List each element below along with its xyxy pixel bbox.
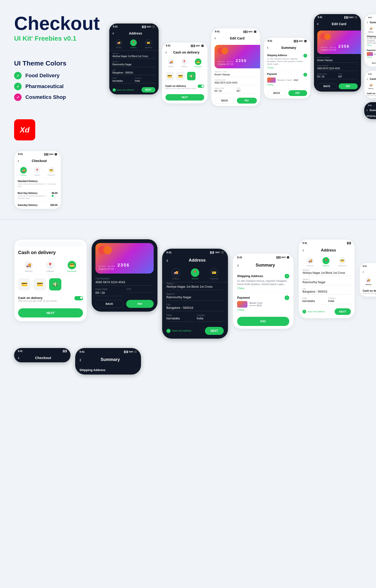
nav-delivery[interactable]: 🚚 Delivery bbox=[20, 167, 27, 176]
delivery-icon: 🚚 bbox=[20, 167, 27, 174]
d-delivery-icon: 🚚 bbox=[116, 40, 122, 46]
delivery-option-saturday: Saturday Delivery $20.00 bbox=[14, 202, 61, 209]
nav-cash-delivery[interactable]: 🚚 Delivery bbox=[24, 261, 33, 273]
field-card-number[interactable]: Card Number 4560 5674 3224 4543 bbox=[215, 79, 257, 85]
cod-icons-row: 💳 💳 💵 bbox=[162, 70, 207, 83]
back-large-dark[interactable]: BACK bbox=[96, 300, 123, 308]
payment-card-row: Master Card 4543 bbox=[267, 77, 307, 84]
nav-address-phone: 🚚 Delivery 📍 Address 💳 Payments bbox=[109, 38, 159, 51]
back-button-dark[interactable]: BACK bbox=[317, 83, 337, 89]
nav-d-address[interactable]: 📍 Address bbox=[130, 40, 137, 48]
back-btn-small[interactable]: BACK bbox=[367, 61, 376, 65]
address-dark-header: ‹ Address bbox=[162, 255, 228, 266]
summary-large-white-phone: 9:41 ▐▐▐WiFi⬛ ‹ Summary Shipping Address… bbox=[233, 253, 294, 329]
toggle-switch-large[interactable] bbox=[75, 296, 83, 300]
shipping-check-icon: ✓ bbox=[303, 54, 307, 58]
field-card-num-dark[interactable]: Card Number 4560 5674 3224 4543 bbox=[317, 64, 358, 71]
mc-logo-large bbox=[98, 246, 112, 254]
change-link-payment[interactable]: Chang bbox=[267, 84, 307, 86]
small-phones-col: 9:41 ▐▐▐ ‹ Summary 🚚 Delivery 📍 bbox=[364, 14, 376, 119]
credit-card-display: .... .... 2356 Expires 10 /18 bbox=[215, 45, 260, 68]
field-name-dark[interactable]: Name on Card Ameer Hassan bbox=[317, 56, 358, 63]
phone-header-checkout: ‹ Checkout bbox=[14, 156, 61, 165]
payment-check-large: ✓ bbox=[285, 295, 289, 300]
cash-small-right-phone: 9:41 ▐▐▐ ‹ Cash 🚚 Delivery 📍 Address 💳 P bbox=[360, 263, 376, 297]
pay-btn-sum-large[interactable]: PAY bbox=[237, 317, 289, 326]
back-icon-edit-card[interactable]: ‹ bbox=[215, 36, 216, 41]
next-white-large[interactable]: NEXT bbox=[335, 308, 351, 315]
change-link-shipping[interactable]: Chang bbox=[267, 66, 307, 69]
phone-header-address: ‹ Address bbox=[109, 29, 159, 38]
card-large-dark: .... .... 2356 Expires 10 /18 bbox=[96, 243, 154, 273]
nav-cod-delivery[interactable]: 🚚 Delivery bbox=[168, 58, 174, 67]
summary-small-phone: 9:41 ▐▐▐ ‹ Summary 🚚 Delivery 📍 bbox=[364, 14, 376, 67]
summary-actions: BACK PAY bbox=[264, 88, 311, 98]
cod-toggle-section: Cash on delivery Pay once you get order … bbox=[162, 83, 207, 91]
field-name-card[interactable]: Name on Card Ameer Hassan bbox=[215, 71, 257, 77]
back-icon-cod[interactable]: ‹ bbox=[165, 50, 167, 55]
back-icon-address[interactable]: ‹ bbox=[113, 31, 114, 36]
section-divider bbox=[0, 219, 376, 220]
pay-button-edit-card[interactable]: PAY bbox=[237, 98, 257, 104]
nav-address[interactable]: 📍 Address bbox=[34, 167, 40, 176]
main-title: Checkout bbox=[14, 14, 100, 33]
payments-icon: 💳 bbox=[48, 167, 54, 174]
pay-large-dark[interactable]: PAY bbox=[126, 300, 154, 308]
cod-payments-icon: 💳 bbox=[195, 58, 201, 65]
save-check-large: ✓ bbox=[166, 329, 171, 333]
summary-payment-section: Payment ✓ Master Card 4543 Chang bbox=[264, 71, 311, 88]
edit-card-dark-actions: BACK PAY bbox=[314, 81, 361, 92]
pay-button-dark[interactable]: PAY bbox=[339, 83, 358, 89]
card-mini-large bbox=[237, 301, 247, 308]
bottom-section: Cash on delivery 🚚 Delivery 📍 Address 💳 … bbox=[0, 220, 376, 384]
nav-cash-address[interactable]: 📍 Address bbox=[46, 261, 54, 273]
back-icon-checkout[interactable]: ‹ bbox=[18, 158, 19, 163]
back-icon-edit-dark[interactable]: ‹ bbox=[317, 21, 319, 26]
nav-cod-address[interactable]: 📍 Address bbox=[181, 58, 188, 67]
nav-cod-payments[interactable]: 💳 Payments bbox=[194, 58, 202, 67]
back-icon-sum-large[interactable]: ‹ bbox=[237, 262, 239, 269]
cod-toggle-switch[interactable] bbox=[198, 84, 204, 88]
next-button-cod[interactable]: NEXT bbox=[165, 94, 204, 101]
theme-colors-block: UI Theme Colors ✓ Food Delivery ✓ Pharma… bbox=[14, 60, 100, 104]
nav-d-payments[interactable]: 💳 Payments bbox=[145, 40, 152, 48]
status-bar-edit-card: 9:41 ▐▐▐WiFi⬛ bbox=[211, 28, 260, 34]
check-icon-pharma: ✓ bbox=[14, 83, 21, 90]
cash-address-icon: 📍 bbox=[46, 261, 54, 269]
status-bar-cod: 9:41 ▐▐▐WiFi⬛ bbox=[162, 42, 207, 48]
payment-icon2: 💳 bbox=[34, 278, 46, 291]
back-button-summary[interactable]: BACK bbox=[267, 90, 287, 96]
delivery-option-standard: Standard Delivery Order will be delivere… bbox=[14, 178, 61, 190]
theme-item-pharma: ✓ Pharmaceutical bbox=[14, 83, 100, 90]
next-large-btn[interactable]: NEXT bbox=[18, 308, 83, 317]
save-check-icon: ✓ bbox=[113, 88, 116, 92]
field-expiry-cvv: Expiry Date 09 / 18 CVV 667 bbox=[215, 87, 257, 94]
next-button-address[interactable]: NEXT bbox=[141, 87, 155, 93]
status-bar-summary: 9:41 ▐▐▐WiFi⬛ bbox=[264, 38, 311, 43]
change-link-large[interactable]: Chang bbox=[237, 287, 289, 290]
pay-button-summary[interactable]: PAY bbox=[288, 90, 307, 96]
back-icon-summary[interactable]: ‹ bbox=[267, 45, 269, 50]
nav-checkout: 🚚 Delivery 📍 Address 💳 Payments bbox=[14, 165, 61, 178]
edit-card-white-phone: 9:41 ▐▐▐WiFi⬛ ‹ Edit Card .... .... 2356… bbox=[211, 28, 260, 106]
cod-payment-icons: 💳 💳 💵 bbox=[14, 275, 87, 294]
back-large-dark-addr[interactable]: ‹ bbox=[166, 257, 168, 264]
nav-cash-payments[interactable]: 💳 Payments bbox=[67, 261, 77, 273]
cod-icon1: 💳 bbox=[165, 72, 174, 80]
next-dark-large[interactable]: NEXT bbox=[205, 327, 224, 335]
xd-label: Xd bbox=[20, 126, 30, 134]
nav-payments[interactable]: 💳 Payments bbox=[48, 167, 55, 176]
theme-colors-title: UI Theme Colors bbox=[14, 60, 100, 67]
cod-toggle-large: Cash on delivery Pay once you get order … bbox=[14, 294, 87, 304]
bottom-phones-row: Cash on delivery 🚚 Delivery 📍 Address 💳 … bbox=[14, 239, 362, 339]
d-address-icon: 📍 bbox=[130, 40, 137, 46]
cash-small-phone: 9:41 ▐▐▐ ‹ Cash 🚚 Delivery 📍 bbox=[364, 71, 376, 98]
address-dark-phone: 9:41 ▐▐▐WiFi⬛ ‹ Address 🚚 Delivery 📍 Add… bbox=[109, 23, 159, 94]
pharma-label: Pharmaceutical bbox=[25, 83, 64, 89]
edit-card-dark-phone: 9:41 ▐▐▐WiFi⬛ ‹ Edit Card .... .... 2356… bbox=[314, 14, 361, 92]
back-button-edit-card[interactable]: BACK bbox=[215, 98, 235, 104]
nav-d-delivery[interactable]: 🚚 Delivery bbox=[116, 40, 122, 48]
cosmetics-label: Cosmetics Shop bbox=[25, 94, 66, 100]
phone-header-summary: ‹ Summary bbox=[264, 43, 311, 52]
theme-item-food: ✓ Food Delivery bbox=[14, 72, 100, 79]
